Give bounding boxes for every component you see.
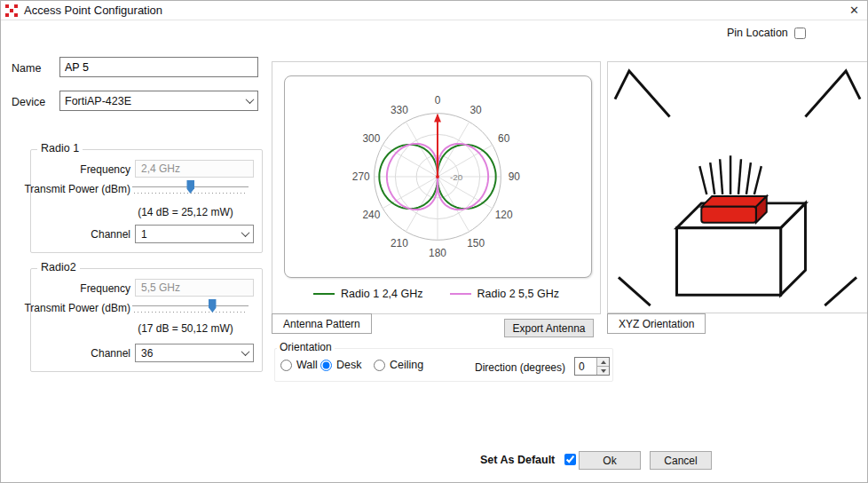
slider-track[interactable] (132, 305, 249, 306)
radio-ceiling-label: Ceiling (390, 359, 423, 371)
radio-desk-label: Desk (336, 359, 361, 371)
radio1-channel-dropdown[interactable]: 1 (135, 225, 254, 243)
orientation-group: Orientation Wall Desk Ceiling Direction … (274, 348, 613, 382)
chevron-down-icon[interactable] (242, 91, 257, 110)
legend-swatch-radio1 (313, 293, 335, 295)
set-as-default-label: Set As Default (480, 454, 555, 466)
chart-legend: Radio 1 2,4 GHz Radio 2 5,5 GHz (272, 288, 600, 300)
svg-text:330: 330 (391, 104, 408, 116)
spinner-buttons (596, 358, 609, 375)
radio2-group-label: Radio2 (37, 261, 80, 273)
radio-wall-label: Wall (296, 359, 318, 371)
direction-degrees-value[interactable]: 0 (575, 358, 596, 375)
desk-front-face (676, 228, 780, 295)
pin-location-checkbox[interactable] (794, 28, 806, 39)
polar-chart: 0306090120150180210240270300330-20 (284, 75, 592, 278)
svg-text:300: 300 (362, 132, 380, 145)
svg-text:210: 210 (391, 237, 408, 249)
radio1-power-readout: (14 dB = 25,12 mW) (123, 206, 248, 218)
antenna-pattern-panel: 0306090120150180210240270300330-20 Radio… (272, 61, 601, 314)
svg-text:150: 150 (467, 237, 485, 249)
chevron-down-icon[interactable] (238, 226, 253, 242)
radio1-frequency-label: Frequency (31, 163, 130, 176)
radio1-frequency-field: 2,4 GHz (135, 160, 254, 178)
svg-text:60: 60 (498, 132, 510, 145)
radio1-channel-label: Channel (31, 228, 130, 241)
slider-thumb[interactable] (209, 299, 217, 313)
device-dropdown[interactable]: FortiAP-423E (59, 91, 258, 111)
legend-label-radio2: Radio 2 5,5 GHz (477, 288, 559, 300)
tab-antenna-pattern[interactable]: Antenna Pattern (272, 313, 372, 334)
svg-text:30: 30 (470, 104, 483, 116)
legend-item-radio2: Radio 2 5,5 GHz (450, 288, 559, 300)
ok-button[interactable]: Ok (579, 451, 641, 470)
radio2-frequency-field: 5,5 GHz (135, 279, 254, 297)
direction-degrees-spinner[interactable]: 0 (574, 357, 610, 376)
name-input[interactable] (59, 57, 258, 77)
radio2-power-label: Transmit Power (dBm) (24, 302, 130, 314)
antenna-radiation-plot: 0306090120150180210240270300330-20 (285, 76, 591, 277)
svg-text:180: 180 (429, 247, 446, 259)
xyz-orientation-panel (607, 61, 868, 313)
svg-text:120: 120 (495, 209, 513, 221)
access-point-front (701, 207, 756, 223)
radio1-channel-value: 1 (136, 228, 238, 241)
slider-ticks (134, 312, 247, 313)
room-corner-bottom-right (825, 277, 856, 305)
set-as-default-checkbox[interactable] (564, 454, 576, 465)
room-corner-top-left (615, 71, 670, 117)
tab-xyz-orientation[interactable]: XYZ Orientation (607, 313, 706, 334)
device-dropdown-value: FortiAP-423E (60, 95, 242, 107)
fortinet-logo-icon (5, 4, 18, 17)
radio1-group: Radio 1 Frequency 2,4 GHz Transmit Power… (30, 149, 263, 253)
cancel-button[interactable]: Cancel (650, 451, 712, 470)
window-title: Access Point Configuration (24, 4, 162, 17)
radio2-power-slider[interactable] (132, 299, 249, 315)
chevron-down-icon[interactable] (238, 344, 253, 361)
room-corner-bottom-left (619, 277, 651, 305)
pin-location-label: Pin Location (727, 27, 788, 39)
svg-text:90: 90 (509, 170, 521, 183)
orientation-group-label: Orientation (277, 341, 335, 353)
radio2-channel-value: 36 (136, 347, 238, 360)
desk-orientation-illustration (608, 62, 867, 313)
antenna-lines (699, 155, 761, 194)
legend-item-radio1: Radio 1 2,4 GHz (313, 288, 422, 300)
device-label: Device (12, 96, 45, 108)
radio2-group: Radio2 Frequency 5,5 GHz Transmit Power … (30, 268, 263, 372)
radio2-frequency-label: Frequency (31, 282, 130, 295)
spinner-down-icon[interactable] (597, 367, 609, 375)
radio2-channel-label: Channel (31, 347, 130, 360)
radio2-channel-dropdown[interactable]: 36 (135, 344, 254, 362)
slider-thumb[interactable] (186, 180, 194, 194)
orientation-radio-desk[interactable]: Desk (320, 359, 361, 371)
direction-degrees-label: Direction (degrees) (475, 361, 565, 374)
legend-swatch-radio2 (450, 293, 471, 295)
orientation-radio-ceiling[interactable]: Ceiling (374, 359, 423, 371)
pin-location-row: Pin Location (727, 27, 806, 39)
svg-text:270: 270 (352, 170, 370, 183)
legend-label-radio1: Radio 1 2,4 GHz (341, 288, 422, 300)
close-icon[interactable]: ✕ (849, 3, 859, 19)
radio1-power-label: Transmit Power (dBm) (24, 183, 130, 195)
titlebar: Access Point Configuration ✕ (1, 1, 867, 20)
radio1-group-label: Radio 1 (37, 142, 83, 154)
export-antenna-button[interactable]: Export Antenna (504, 319, 594, 337)
room-corner-top-right (805, 71, 860, 117)
radio-ceiling[interactable] (374, 360, 385, 371)
name-label: Name (12, 62, 41, 75)
radio1-power-slider[interactable] (132, 180, 249, 196)
svg-text:-20: -20 (450, 172, 463, 182)
svg-text:0: 0 (435, 94, 441, 107)
radio-desk[interactable] (320, 360, 332, 371)
radio-wall[interactable] (280, 360, 292, 371)
radio2-power-readout: (17 dB = 50,12 mW) (123, 322, 248, 335)
svg-text:240: 240 (362, 209, 380, 221)
orientation-radio-wall[interactable]: Wall (280, 359, 318, 371)
spinner-up-icon[interactable] (597, 358, 609, 367)
access-point-configuration-dialog: Access Point Configuration ✕ Pin Locatio… (0, 0, 868, 483)
